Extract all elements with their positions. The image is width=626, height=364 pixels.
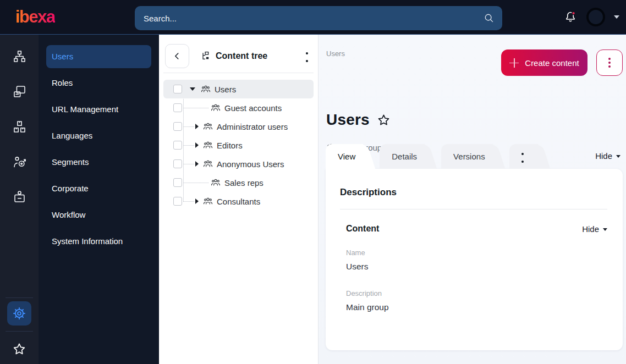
global-search	[135, 6, 502, 30]
nav-item-users[interactable]: Users	[46, 45, 151, 68]
field-label-name: Name	[346, 249, 607, 257]
settings-gear-icon[interactable]	[7, 301, 31, 326]
tree-item-checkbox[interactable]	[173, 141, 182, 150]
bookmarks-star-icon[interactable]	[12, 341, 27, 357]
view-tab-panel: Descriptions Content Hide Name Users Des…	[326, 169, 623, 350]
content-options-kebab-button[interactable]	[596, 49, 623, 76]
plus-icon	[509, 58, 519, 68]
admin-nav-panel: Users Roles URL Management Languages Seg…	[39, 34, 159, 364]
content-tree-list: Users Guest accounts Administrator users	[159, 73, 318, 211]
tree-item-guest-accounts[interactable]: Guest accounts	[163, 98, 314, 117]
top-bar: ibexa	[0, 0, 626, 34]
caret-down-icon	[616, 155, 620, 158]
content-tree-header: Content tree	[159, 34, 318, 73]
collapse-caret-icon[interactable]	[195, 124, 199, 129]
collapse-caret-icon[interactable]	[195, 142, 199, 148]
user-avatar[interactable]	[586, 8, 605, 26]
nav-item-roles[interactable]: Roles	[46, 71, 151, 95]
page-title-row: Users	[326, 111, 391, 129]
tree-item-checkbox[interactable]	[173, 85, 182, 93]
tab-more-kebab[interactable]	[509, 144, 538, 169]
admin-icon[interactable]	[8, 186, 30, 208]
nav-item-url-management[interactable]: URL Management	[46, 98, 151, 121]
topbar-right-cluster	[563, 0, 619, 34]
nav-item-languages[interactable]: Languages	[46, 124, 151, 147]
card-divider	[340, 209, 607, 209]
tree-item-editors[interactable]: Editors	[163, 136, 314, 155]
tree-item-checkbox[interactable]	[173, 197, 182, 206]
tab-view[interactable]: View	[326, 144, 363, 169]
tree-item-checkbox[interactable]	[173, 178, 182, 187]
tab-versions[interactable]: Versions	[441, 144, 493, 169]
tree-item-checkbox[interactable]	[173, 103, 182, 112]
create-content-button[interactable]: Create content	[501, 49, 587, 76]
tree-item-administrator-users[interactable]: Administrator users	[163, 117, 314, 136]
tab-details[interactable]: Details	[380, 144, 425, 169]
page-builder-icon[interactable]	[8, 80, 30, 102]
hide-content-section-toggle[interactable]: Hide	[582, 224, 607, 234]
notifications-bell-icon[interactable]	[563, 10, 578, 24]
descriptions-heading: Descriptions	[340, 187, 607, 198]
tree-guide-stub	[183, 145, 194, 146]
profile-caret-down-icon[interactable]	[614, 15, 619, 19]
tree-icon	[201, 51, 211, 61]
user-group-icon	[201, 84, 211, 94]
field-label-description: Description	[346, 289, 607, 297]
ibexa-logo[interactable]: ibexa	[15, 8, 55, 26]
search-icon[interactable]	[483, 12, 495, 24]
content-tree-title: Content tree	[201, 51, 267, 61]
tree-guide-stub	[183, 164, 194, 164]
tree-guide-stub	[183, 126, 194, 127]
user-group-icon	[203, 196, 213, 206]
rail-divider	[6, 297, 33, 298]
commerce-icon[interactable]	[8, 115, 30, 137]
collapse-caret-icon[interactable]	[195, 161, 199, 167]
tree-item-anonymous-users[interactable]: Anonymous Users	[163, 155, 314, 173]
header-actions: Create content	[501, 49, 623, 76]
tree-item-checkbox[interactable]	[173, 122, 182, 131]
user-group-icon	[203, 140, 213, 150]
content-section-title: Content	[346, 224, 379, 234]
nav-item-corporate[interactable]: Corporate	[46, 177, 151, 200]
page-title: Users	[326, 111, 370, 129]
rail-divider	[6, 331, 33, 332]
collapse-caret-icon[interactable]	[195, 198, 199, 204]
content-main-area: Users Create content Users User group Vi…	[319, 34, 626, 364]
breadcrumb[interactable]: Users	[326, 49, 345, 58]
user-group-icon	[211, 103, 221, 113]
user-group-icon	[211, 178, 221, 187]
collapse-tree-button[interactable]	[165, 44, 189, 68]
tree-item-users[interactable]: Users	[163, 80, 314, 98]
tree-guide-stub	[183, 108, 208, 108]
search-input[interactable]	[135, 6, 502, 30]
expand-caret-icon[interactable]	[190, 87, 195, 91]
nav-item-workflow[interactable]: Workflow	[46, 203, 151, 227]
field-value-name: Users	[346, 262, 607, 272]
content-section: Content Hide Name Users Description Main…	[340, 224, 607, 312]
nav-item-segments[interactable]: Segments	[46, 151, 151, 174]
tree-guide-stub	[183, 201, 194, 202]
tree-item-consultants[interactable]: Consultants	[163, 192, 314, 211]
user-group-icon	[203, 122, 213, 131]
ibexa-admin-app: ibexa	[0, 0, 626, 364]
bookmark-star-icon[interactable]	[376, 113, 391, 128]
tree-item-sales-reps[interactable]: Sales reps	[163, 173, 314, 192]
main-menu-rail	[0, 34, 39, 364]
hide-tabs-toggle[interactable]: Hide	[595, 151, 620, 161]
tree-guide-stub	[183, 183, 208, 183]
user-group-icon	[203, 159, 213, 169]
nav-item-system-information[interactable]: System Information	[46, 230, 151, 253]
field-value-description: Main group	[346, 302, 607, 312]
content-tree-panel: Content tree Users Guest accounts	[159, 34, 319, 364]
tree-item-checkbox[interactable]	[173, 159, 182, 168]
personalization-icon[interactable]	[8, 151, 30, 173]
content-tabs: View Details Versions	[326, 144, 554, 169]
content-icon[interactable]	[8, 45, 30, 67]
caret-down-icon	[603, 228, 607, 231]
